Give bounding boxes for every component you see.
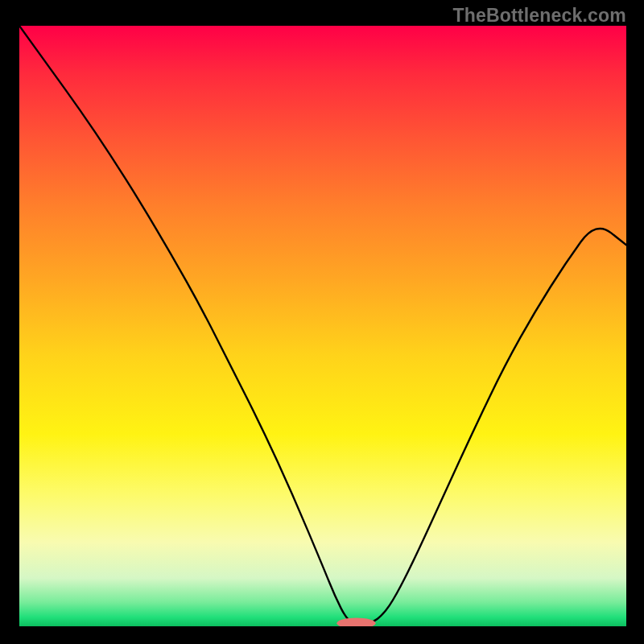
plot-area xyxy=(19,26,626,626)
watermark-text: TheBottleneck.com xyxy=(452,5,626,27)
chart-container: TheBottleneck.com xyxy=(0,0,644,644)
bottleneck-curve xyxy=(19,26,626,625)
minimum-marker xyxy=(336,618,375,626)
curve-layer xyxy=(19,26,626,626)
